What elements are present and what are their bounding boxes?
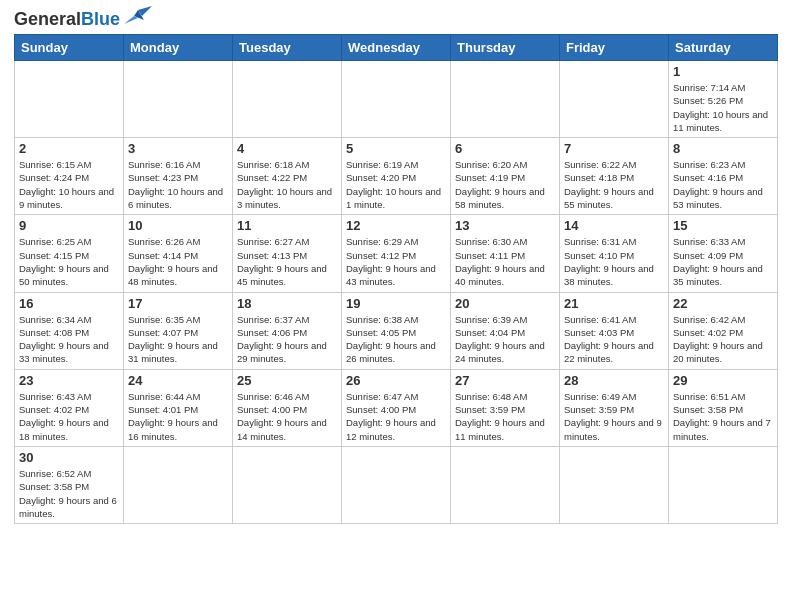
logo-general: General bbox=[14, 9, 81, 29]
svg-marker-2 bbox=[124, 16, 138, 24]
day-info: Sunrise: 6:19 AM Sunset: 4:20 PM Dayligh… bbox=[346, 158, 446, 211]
calendar-cell: 9Sunrise: 6:25 AM Sunset: 4:15 PM Daylig… bbox=[15, 215, 124, 292]
calendar-cell: 27Sunrise: 6:48 AM Sunset: 3:59 PM Dayli… bbox=[451, 369, 560, 446]
header-area: GeneralBlue bbox=[14, 10, 778, 28]
calendar-cell bbox=[233, 61, 342, 138]
day-info: Sunrise: 6:48 AM Sunset: 3:59 PM Dayligh… bbox=[455, 390, 555, 443]
calendar-cell bbox=[124, 446, 233, 523]
calendar-container: GeneralBlue SundayMondayTuesdayWednesday… bbox=[0, 0, 792, 534]
calendar-cell: 16Sunrise: 6:34 AM Sunset: 4:08 PM Dayli… bbox=[15, 292, 124, 369]
logo-bird-icon bbox=[124, 6, 152, 28]
day-info: Sunrise: 6:42 AM Sunset: 4:02 PM Dayligh… bbox=[673, 313, 773, 366]
day-number: 27 bbox=[455, 373, 555, 388]
calendar-cell bbox=[124, 61, 233, 138]
day-number: 22 bbox=[673, 296, 773, 311]
calendar-cell: 24Sunrise: 6:44 AM Sunset: 4:01 PM Dayli… bbox=[124, 369, 233, 446]
day-number: 4 bbox=[237, 141, 337, 156]
day-number: 13 bbox=[455, 218, 555, 233]
day-number: 26 bbox=[346, 373, 446, 388]
weekday-header-friday: Friday bbox=[560, 35, 669, 61]
logo-text: GeneralBlue bbox=[14, 10, 120, 28]
day-info: Sunrise: 6:29 AM Sunset: 4:12 PM Dayligh… bbox=[346, 235, 446, 288]
calendar-cell: 2Sunrise: 6:15 AM Sunset: 4:24 PM Daylig… bbox=[15, 138, 124, 215]
calendar-cell bbox=[560, 61, 669, 138]
weekday-header-saturday: Saturday bbox=[669, 35, 778, 61]
calendar-cell: 5Sunrise: 6:19 AM Sunset: 4:20 PM Daylig… bbox=[342, 138, 451, 215]
calendar-cell: 20Sunrise: 6:39 AM Sunset: 4:04 PM Dayli… bbox=[451, 292, 560, 369]
day-info: Sunrise: 6:22 AM Sunset: 4:18 PM Dayligh… bbox=[564, 158, 664, 211]
day-number: 29 bbox=[673, 373, 773, 388]
logo: GeneralBlue bbox=[14, 10, 152, 28]
day-info: Sunrise: 6:52 AM Sunset: 3:58 PM Dayligh… bbox=[19, 467, 119, 520]
calendar-cell: 4Sunrise: 6:18 AM Sunset: 4:22 PM Daylig… bbox=[233, 138, 342, 215]
day-info: Sunrise: 6:18 AM Sunset: 4:22 PM Dayligh… bbox=[237, 158, 337, 211]
day-info: Sunrise: 6:47 AM Sunset: 4:00 PM Dayligh… bbox=[346, 390, 446, 443]
calendar-cell: 13Sunrise: 6:30 AM Sunset: 4:11 PM Dayli… bbox=[451, 215, 560, 292]
day-number: 14 bbox=[564, 218, 664, 233]
day-number: 16 bbox=[19, 296, 119, 311]
calendar-cell: 15Sunrise: 6:33 AM Sunset: 4:09 PM Dayli… bbox=[669, 215, 778, 292]
day-info: Sunrise: 6:20 AM Sunset: 4:19 PM Dayligh… bbox=[455, 158, 555, 211]
day-info: Sunrise: 6:39 AM Sunset: 4:04 PM Dayligh… bbox=[455, 313, 555, 366]
calendar-cell: 19Sunrise: 6:38 AM Sunset: 4:05 PM Dayli… bbox=[342, 292, 451, 369]
day-info: Sunrise: 6:25 AM Sunset: 4:15 PM Dayligh… bbox=[19, 235, 119, 288]
day-number: 3 bbox=[128, 141, 228, 156]
calendar-cell bbox=[451, 61, 560, 138]
day-number: 8 bbox=[673, 141, 773, 156]
calendar-cell bbox=[233, 446, 342, 523]
weekday-header-monday: Monday bbox=[124, 35, 233, 61]
day-info: Sunrise: 6:35 AM Sunset: 4:07 PM Dayligh… bbox=[128, 313, 228, 366]
day-info: Sunrise: 6:51 AM Sunset: 3:58 PM Dayligh… bbox=[673, 390, 773, 443]
day-info: Sunrise: 7:14 AM Sunset: 5:26 PM Dayligh… bbox=[673, 81, 773, 134]
calendar-cell: 18Sunrise: 6:37 AM Sunset: 4:06 PM Dayli… bbox=[233, 292, 342, 369]
day-info: Sunrise: 6:43 AM Sunset: 4:02 PM Dayligh… bbox=[19, 390, 119, 443]
day-info: Sunrise: 6:30 AM Sunset: 4:11 PM Dayligh… bbox=[455, 235, 555, 288]
calendar-cell bbox=[451, 446, 560, 523]
day-info: Sunrise: 6:33 AM Sunset: 4:09 PM Dayligh… bbox=[673, 235, 773, 288]
calendar-cell: 21Sunrise: 6:41 AM Sunset: 4:03 PM Dayli… bbox=[560, 292, 669, 369]
calendar-cell bbox=[342, 446, 451, 523]
calendar-cell: 8Sunrise: 6:23 AM Sunset: 4:16 PM Daylig… bbox=[669, 138, 778, 215]
day-info: Sunrise: 6:38 AM Sunset: 4:05 PM Dayligh… bbox=[346, 313, 446, 366]
day-info: Sunrise: 6:44 AM Sunset: 4:01 PM Dayligh… bbox=[128, 390, 228, 443]
weekday-header-thursday: Thursday bbox=[451, 35, 560, 61]
calendar-cell: 10Sunrise: 6:26 AM Sunset: 4:14 PM Dayli… bbox=[124, 215, 233, 292]
day-number: 23 bbox=[19, 373, 119, 388]
day-info: Sunrise: 6:23 AM Sunset: 4:16 PM Dayligh… bbox=[673, 158, 773, 211]
calendar-cell: 3Sunrise: 6:16 AM Sunset: 4:23 PM Daylig… bbox=[124, 138, 233, 215]
day-info: Sunrise: 6:41 AM Sunset: 4:03 PM Dayligh… bbox=[564, 313, 664, 366]
calendar-cell: 22Sunrise: 6:42 AM Sunset: 4:02 PM Dayli… bbox=[669, 292, 778, 369]
weekday-header-wednesday: Wednesday bbox=[342, 35, 451, 61]
day-number: 11 bbox=[237, 218, 337, 233]
day-info: Sunrise: 6:26 AM Sunset: 4:14 PM Dayligh… bbox=[128, 235, 228, 288]
day-number: 25 bbox=[237, 373, 337, 388]
day-number: 18 bbox=[237, 296, 337, 311]
day-number: 19 bbox=[346, 296, 446, 311]
day-info: Sunrise: 6:15 AM Sunset: 4:24 PM Dayligh… bbox=[19, 158, 119, 211]
day-number: 12 bbox=[346, 218, 446, 233]
day-number: 28 bbox=[564, 373, 664, 388]
day-number: 9 bbox=[19, 218, 119, 233]
calendar-cell: 7Sunrise: 6:22 AM Sunset: 4:18 PM Daylig… bbox=[560, 138, 669, 215]
calendar-cell: 6Sunrise: 6:20 AM Sunset: 4:19 PM Daylig… bbox=[451, 138, 560, 215]
calendar-cell: 1Sunrise: 7:14 AM Sunset: 5:26 PM Daylig… bbox=[669, 61, 778, 138]
calendar-cell: 26Sunrise: 6:47 AM Sunset: 4:00 PM Dayli… bbox=[342, 369, 451, 446]
day-number: 5 bbox=[346, 141, 446, 156]
weekday-header-tuesday: Tuesday bbox=[233, 35, 342, 61]
weekday-header-sunday: Sunday bbox=[15, 35, 124, 61]
calendar-cell: 14Sunrise: 6:31 AM Sunset: 4:10 PM Dayli… bbox=[560, 215, 669, 292]
day-number: 7 bbox=[564, 141, 664, 156]
day-number: 15 bbox=[673, 218, 773, 233]
calendar-cell: 11Sunrise: 6:27 AM Sunset: 4:13 PM Dayli… bbox=[233, 215, 342, 292]
day-number: 2 bbox=[19, 141, 119, 156]
calendar-cell bbox=[15, 61, 124, 138]
day-number: 1 bbox=[673, 64, 773, 79]
calendar-cell bbox=[342, 61, 451, 138]
calendar-table: SundayMondayTuesdayWednesdayThursdayFrid… bbox=[14, 34, 778, 524]
day-number: 10 bbox=[128, 218, 228, 233]
day-number: 20 bbox=[455, 296, 555, 311]
calendar-cell: 30Sunrise: 6:52 AM Sunset: 3:58 PM Dayli… bbox=[15, 446, 124, 523]
day-number: 24 bbox=[128, 373, 228, 388]
day-number: 30 bbox=[19, 450, 119, 465]
day-number: 21 bbox=[564, 296, 664, 311]
